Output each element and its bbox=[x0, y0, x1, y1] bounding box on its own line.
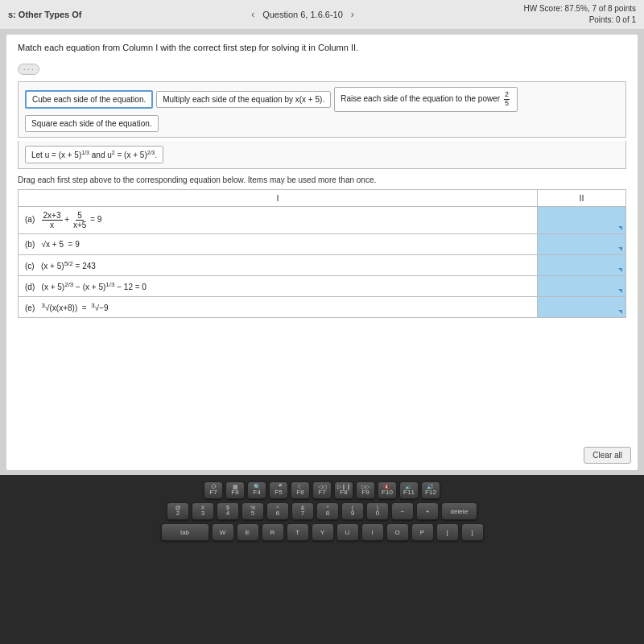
key-w[interactable]: W bbox=[212, 523, 234, 541]
drop-zone-b[interactable] bbox=[538, 234, 626, 255]
drop-zone-d[interactable] bbox=[538, 276, 626, 297]
top-bar: s: Other Types Of ‹ Question 6, 1.6.6-10… bbox=[0, 0, 644, 30]
key-rparen-0[interactable]: )0 bbox=[366, 502, 389, 520]
key-f9[interactable]: ▷▷F9 bbox=[356, 481, 375, 499]
drag-items-container: Cube each side of the equation. Multiply… bbox=[18, 81, 626, 138]
key-minus[interactable]: − bbox=[391, 502, 414, 520]
key-hash-3[interactable]: #3 bbox=[192, 502, 214, 520]
drop-zone-c[interactable] bbox=[538, 255, 626, 276]
equation-b: (b) √x + 5 = 9 bbox=[19, 234, 538, 255]
keyboard-letter-row: tab W E R T Y U I O P [ ] bbox=[8, 523, 636, 541]
key-y[interactable]: Y bbox=[312, 523, 334, 541]
key-f8[interactable]: ▦F8 bbox=[225, 481, 245, 499]
instructions-text: Match each equation from Column I with t… bbox=[18, 43, 626, 52]
key-u[interactable]: U bbox=[336, 523, 359, 541]
score-info: HW Score: 87.5%, 7 of 8 points Points: 0… bbox=[523, 3, 636, 26]
drop-zone-e[interactable] bbox=[538, 297, 626, 318]
key-rbracket[interactable]: ] bbox=[461, 523, 484, 541]
more-button[interactable]: · · · bbox=[18, 64, 39, 75]
match-table: I II (a) 2x+3 x + 5 x+5 bbox=[18, 189, 626, 318]
key-i[interactable]: I bbox=[361, 523, 384, 541]
key-at-2[interactable]: @2 bbox=[167, 502, 189, 520]
drag-instructions: Drag each first step above to the corres… bbox=[18, 175, 626, 184]
key-plus[interactable]: + bbox=[416, 502, 439, 520]
section-title: s: Other Types Of bbox=[8, 10, 81, 19]
drag-item-letu[interactable]: Let u = (x + 5)1/3 and u2 = (x + 5)2/3. bbox=[25, 146, 163, 163]
key-f7[interactable]: 🌣F7 bbox=[204, 481, 223, 499]
equation-a: (a) 2x+3 x + 5 x+5 = 9 bbox=[19, 207, 538, 234]
equation-e: (e) 3√(x(x+8)) = 3√−9 bbox=[19, 297, 538, 318]
next-question-button[interactable]: › bbox=[348, 7, 357, 22]
key-star-8[interactable]: *8 bbox=[316, 502, 339, 520]
keyboard-number-row: @2 #3 $4 %5 ^6 &7 *8 (9 )0 − + delete bbox=[8, 502, 636, 520]
key-dollar-4[interactable]: $4 bbox=[217, 502, 239, 520]
hw-score: HW Score: 87.5%, 7 of 8 points bbox=[523, 3, 636, 14]
points-label: Points: 0 of 1 bbox=[523, 14, 636, 26]
key-delete[interactable]: delete bbox=[441, 502, 477, 520]
key-amp-7[interactable]: &7 bbox=[291, 502, 314, 520]
question-label: Question 6, 1.6.6-10 bbox=[262, 10, 343, 19]
equation-c: (c) (x + 5)5/2 = 243 bbox=[19, 255, 538, 276]
question-nav: ‹ Question 6, 1.6.6-10 › bbox=[248, 7, 357, 22]
key-f4[interactable]: 🔍F4 bbox=[247, 481, 266, 499]
key-f12[interactable]: 🔊F12 bbox=[421, 481, 440, 499]
equation-d: (d) (x + 5)2/3 − (x + 5)1/3 − 12 = 0 bbox=[19, 276, 538, 297]
column-ii-header: II bbox=[538, 190, 626, 207]
drag-item-multiply[interactable]: Multiply each side of the equation by x(… bbox=[156, 91, 331, 108]
key-f7b[interactable]: ◁◁F7 bbox=[312, 481, 332, 499]
table-row: (a) 2x+3 x + 5 x+5 = 9 bbox=[19, 207, 626, 234]
table-row: (c) (x + 5)5/2 = 243 bbox=[19, 255, 626, 276]
key-caret-6[interactable]: ^6 bbox=[266, 502, 289, 520]
prev-question-button[interactable]: ‹ bbox=[248, 7, 258, 22]
key-t[interactable]: T bbox=[287, 523, 309, 541]
key-f5[interactable]: 🎤F5 bbox=[269, 481, 288, 499]
key-r[interactable]: R bbox=[262, 523, 284, 541]
table-row: (d) (x + 5)2/3 − (x + 5)1/3 − 12 = 0 bbox=[19, 276, 626, 297]
content-area: Match each equation from Column I with t… bbox=[6, 35, 638, 470]
table-row: (b) √x + 5 = 9 bbox=[19, 234, 626, 255]
key-e[interactable]: E bbox=[237, 523, 259, 541]
key-lbracket[interactable]: [ bbox=[436, 523, 459, 541]
keyboard-area: 🌣F7 ▦F8 🔍F4 🎤F5 ☾F6 ◁◁F7 ▷❙❙F8 ▷▷F9 🔇F10… bbox=[0, 475, 644, 644]
key-p[interactable]: P bbox=[411, 523, 434, 541]
keyboard-fn-row: 🌣F7 ▦F8 🔍F4 🎤F5 ☾F6 ◁◁F7 ▷❙❙F8 ▷▷F9 🔇F10… bbox=[8, 481, 636, 499]
clear-all-button[interactable]: Clear all bbox=[584, 447, 631, 464]
key-percent-5[interactable]: %5 bbox=[242, 502, 264, 520]
key-f6[interactable]: ☾F6 bbox=[291, 481, 310, 499]
column-i-header: I bbox=[19, 190, 538, 207]
key-tab[interactable]: tab bbox=[161, 523, 209, 541]
table-row: (e) 3√(x(x+8)) = 3√−9 bbox=[19, 297, 626, 318]
key-o[interactable]: O bbox=[386, 523, 409, 541]
key-f10[interactable]: 🔇F10 bbox=[378, 481, 397, 499]
drag-item-raise[interactable]: Raise each side of the equation to the p… bbox=[334, 87, 518, 112]
drag-item-square[interactable]: Square each side of the equation. bbox=[25, 115, 159, 132]
key-f11[interactable]: 🔉F11 bbox=[399, 481, 419, 499]
drop-zone-a[interactable] bbox=[538, 207, 626, 234]
key-lparen-9[interactable]: (9 bbox=[341, 502, 364, 520]
drag-items-row2: Let u = (x + 5)1/3 and u2 = (x + 5)2/3. bbox=[18, 141, 626, 169]
key-f8b[interactable]: ▷❙❙F8 bbox=[334, 481, 353, 499]
drag-item-cube[interactable]: Cube each side of the equation. bbox=[25, 90, 153, 109]
